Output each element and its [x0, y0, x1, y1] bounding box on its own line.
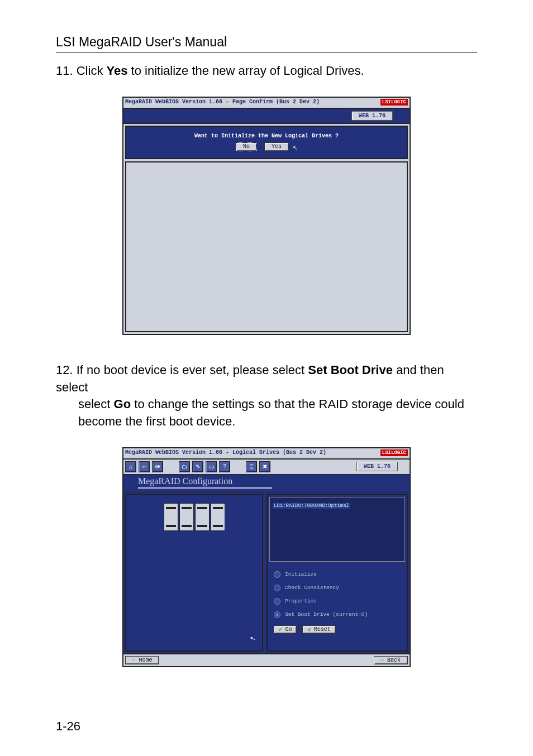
radio-setboot-label: Set Boot Drive (current=0): [285, 611, 368, 618]
radio-check-consistency[interactable]: Check Consistency: [269, 582, 405, 594]
reset-button[interactable]: ↺ Reset: [302, 625, 335, 634]
footer-bar: ⌂ Home ⇦ Back: [123, 653, 410, 666]
radio-initialize-label: Initialize: [285, 571, 317, 577]
radio-dot-icon-selected: [274, 611, 280, 618]
shot1-empty-panel: [125, 161, 408, 332]
toolbar-back-icon[interactable]: ⇦: [139, 461, 150, 472]
page-number: 1-26: [56, 719, 80, 734]
step-12-text-d-pre: select: [78, 397, 114, 411]
radio-dot-icon: [274, 571, 280, 578]
page-header: LSI MegaRAID User's Manual: [56, 35, 477, 50]
step-11-yes: Yes: [107, 64, 128, 78]
no-button[interactable]: No: [236, 142, 257, 151]
go-button[interactable]: ✔ Go: [274, 625, 297, 634]
logical-drive-entry[interactable]: LD1:RAID0:70004MB:Optimal: [273, 503, 350, 509]
screenshot-logical-drives: MegaRAID WebBIOS Version 1.66 - Logical …: [122, 447, 411, 667]
lsi-logo: LSILOGIC: [380, 99, 408, 106]
radio-properties[interactable]: Properties: [269, 595, 405, 607]
step-11-text-c: to initialize the new array of Logical D…: [127, 64, 364, 78]
radio-dot-icon: [274, 598, 280, 605]
radio-set-boot-drive[interactable]: Set Boot Drive (current=0): [269, 609, 405, 621]
config-underline: [138, 487, 410, 489]
toolbar-help-icon[interactable]: ?: [219, 461, 230, 472]
web-version-badge-2: WEB 1.76: [356, 462, 398, 471]
toolbar-window-icon[interactable]: ▭: [206, 461, 217, 472]
toolbar-script-icon[interactable]: ≣: [246, 461, 257, 472]
shot2-titlebar: MegaRAID WebBIOS Version 1.66 - Logical …: [123, 448, 410, 458]
radio-initialize[interactable]: Initialize: [269, 568, 405, 581]
step-11: 11. Click Yes to initialize the new arra…: [56, 63, 477, 80]
shot1-titlebar: MegaRAID WebBIOS Version 1.66 - Page Con…: [123, 98, 410, 108]
back-button[interactable]: ⇦ Back: [374, 656, 408, 664]
header-rule: [56, 52, 477, 52]
right-pane: LD1:RAID0:70004MB:Optimal Initialize Che…: [266, 494, 408, 652]
lsi-logo-2: LSILOGIC: [380, 449, 408, 456]
step-12-text-a: If no boot device is ever set, please se…: [77, 363, 308, 377]
toolbar: ⌂ ⇦ 🕪 🗀 ✎ ▭ ? ≣ ✖ WEB 1.76: [123, 458, 410, 474]
step-12-number: 12.: [56, 363, 73, 377]
home-button[interactable]: ⌂ Home: [125, 656, 159, 664]
go-button-label: Go: [285, 626, 292, 633]
radio-properties-label: Properties: [285, 598, 317, 604]
shot1-title: MegaRAID WebBIOS Version 1.66 - Page Con…: [125, 99, 320, 105]
toolbar-speaker-icon[interactable]: 🕪: [152, 461, 163, 472]
reset-button-label: Reset: [314, 626, 331, 633]
toolbar-folder-icon[interactable]: 🗀: [179, 461, 190, 472]
step-11-text-a: Click: [77, 64, 107, 78]
go-glyph-icon: ✔: [279, 626, 282, 633]
config-label-bar: MegaRAID Configuration: [123, 474, 410, 492]
confirm-panel: Want to Initialize the New Logical Drive…: [125, 126, 408, 159]
confirm-question: Want to Initialize the New Logical Drive…: [194, 133, 339, 139]
back-button-label: Back: [387, 657, 401, 663]
left-pane: ↖: [125, 494, 263, 652]
radio-dot-icon: [274, 585, 280, 591]
reset-glyph-icon: ↺: [307, 626, 310, 633]
cursor-icon: ↖: [293, 145, 297, 151]
shot1-badge-row: WEB 1.76: [123, 108, 410, 123]
radio-check-label: Check Consistency: [285, 585, 339, 591]
toolbar-exit-icon[interactable]: ✖: [259, 461, 270, 472]
chip-graphic: [164, 503, 225, 531]
yes-button[interactable]: Yes: [264, 142, 289, 151]
step-11-number: 11.: [56, 64, 73, 78]
toolbar-home-icon[interactable]: ⌂: [125, 461, 136, 472]
back-footer-icon: ⇦: [381, 657, 384, 663]
step-12: 12. If no boot device is ever set, pleas…: [56, 362, 477, 430]
shot2-title: MegaRAID WebBIOS Version 1.66 - Logical …: [125, 449, 326, 456]
step-12-set-boot: Set Boot Drive: [308, 363, 393, 377]
cursor-icon-2: ↖: [249, 634, 256, 644]
step-12-go: Go: [114, 397, 131, 411]
home-button-label: Home: [139, 657, 152, 663]
step-12-text-e: to change the settings so that the RAID …: [78, 397, 464, 428]
logical-drive-list[interactable]: LD1:RAID0:70004MB:Optimal: [269, 497, 405, 562]
home-footer-icon: ⌂: [132, 657, 135, 663]
web-version-badge: WEB 1.76: [351, 111, 393, 121]
toolbar-tool-icon[interactable]: ✎: [192, 461, 203, 472]
screenshot-page-confirm: MegaRAID WebBIOS Version 1.66 - Page Con…: [122, 97, 411, 335]
config-label: MegaRAID Configuration: [138, 476, 410, 486]
